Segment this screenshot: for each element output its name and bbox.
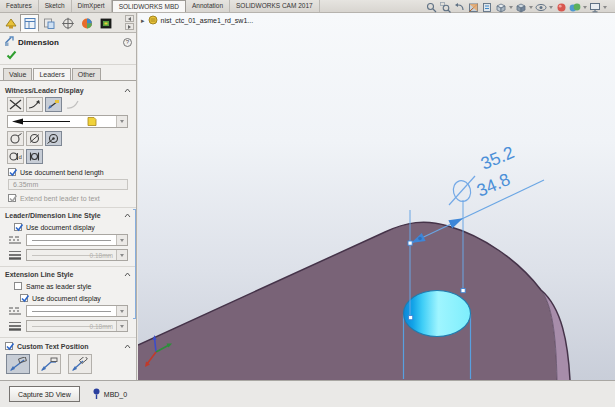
dynamic-annotation-views-icon[interactable]	[481, 2, 493, 13]
part-top-face[interactable]	[138, 222, 557, 380]
use-document-bend-length-label: Use document bend length	[20, 169, 104, 176]
ok-check-icon[interactable]	[6, 54, 17, 61]
handle-extension-left[interactable]	[409, 316, 413, 320]
configuration-manager-tab-icon[interactable]	[39, 14, 58, 32]
tab-solidworks-cam[interactable]: SOLIDWORKS CAM 2017	[230, 0, 320, 12]
extension-use-document-display-row[interactable]: Use document display	[0, 292, 136, 304]
hide-show-dropdown-icon[interactable]	[549, 6, 553, 9]
straight-leader-button[interactable]	[45, 97, 62, 112]
checkbox-checked-icon[interactable]	[14, 223, 22, 231]
previous-view-icon[interactable]	[453, 2, 465, 13]
circle-leader-both-button[interactable]	[45, 131, 62, 146]
tab-annotation[interactable]: Annotation	[186, 0, 230, 12]
solidworks-window: Features Sketch DimXpert SOLIDWORKS MBD …	[0, 0, 615, 407]
tree-expand-icon[interactable]: ▸	[141, 17, 145, 25]
dimension-lower-value[interactable]: 34.8	[474, 169, 513, 201]
text-inside-button[interactable]	[26, 149, 43, 164]
scroll-right-icon[interactable]	[125, 23, 134, 30]
bent-leader-button[interactable]	[26, 97, 43, 112]
display-manager-tab-icon[interactable]	[77, 14, 96, 32]
scroll-left-icon[interactable]	[125, 15, 134, 22]
apply-scene-icon[interactable]	[569, 2, 581, 13]
collapse-chevron-icon[interactable]	[124, 87, 131, 94]
dropdown-arrow-icon	[120, 310, 124, 313]
hole-selected-face[interactable]	[404, 291, 471, 337]
checkbox-checked-icon[interactable]	[20, 294, 28, 302]
manager-tab-scrollers	[123, 13, 136, 32]
apply-scene-dropdown-icon[interactable]	[583, 6, 587, 9]
extension-use-document-display-label: Use document display	[32, 295, 101, 302]
crossed-leader-button[interactable]	[7, 97, 24, 112]
leader-line-style-section-header[interactable]: Leader/Dimension Line Style	[0, 208, 136, 221]
view-settings-dropdown-icon[interactable]	[603, 6, 607, 9]
line-style-icon	[7, 305, 23, 317]
property-manager-tab-icon[interactable]	[20, 14, 39, 32]
dimension-tabs: Value Leaders Other	[0, 65, 136, 80]
feature-manager-tab-icon[interactable]	[1, 14, 20, 32]
panel-title: Dimension	[18, 38, 59, 47]
view-orientation-dropdown-icon[interactable]	[509, 6, 513, 9]
section-view-icon[interactable]	[467, 2, 479, 13]
edit-appearance-icon[interactable]	[555, 2, 567, 13]
handle-extension-right[interactable]	[461, 289, 465, 293]
zoom-to-area-icon[interactable]	[439, 2, 451, 13]
extension-line-style-dropdown[interactable]	[26, 305, 128, 317]
extension-thickness-value: 0.18mm	[90, 323, 113, 330]
dimxpert-manager-tab-icon[interactable]	[58, 14, 77, 32]
line-thickness-icon	[7, 249, 23, 261]
dimension-drag-dot[interactable]	[418, 237, 422, 241]
line-style-icon	[7, 234, 23, 246]
display-style-dropdown-icon[interactable]	[529, 6, 533, 9]
tab-sketch[interactable]: Sketch	[39, 0, 72, 12]
view-tab-mbd[interactable]: MBD_0	[92, 388, 127, 401]
graphics-viewport[interactable]: 35.2 34.8	[138, 13, 615, 380]
tab-features[interactable]: Features	[0, 0, 39, 12]
text-outside-button[interactable]: d	[7, 149, 24, 164]
extend-bent-leader-label: Extend bent leader to text	[20, 195, 100, 202]
custom-text-position-title: Custom Text Position	[17, 343, 88, 350]
cam-tree-tab-icon[interactable]	[96, 14, 115, 32]
tab-solidworks-mbd[interactable]: SOLIDWORKS MBD	[112, 0, 186, 12]
dimension-upper-value[interactable]: 35.2	[478, 142, 517, 174]
view-tab-label: MBD_0	[104, 391, 127, 398]
zoom-to-fit-icon[interactable]	[425, 2, 437, 13]
arrow-style-dropdown[interactable]	[7, 115, 128, 128]
handle-left-arrow[interactable]	[408, 241, 412, 245]
tree-item-label[interactable]: nist_ctc_01_asme1_rd_sw1...	[161, 17, 254, 24]
bend-length-input[interactable]: 6.35mm	[8, 179, 128, 190]
leader-use-document-display-row[interactable]: Use document display	[0, 221, 136, 233]
use-document-bend-length-row[interactable]: Use document bend length	[0, 166, 136, 178]
checkbox-checked-icon[interactable]	[8, 168, 16, 176]
checkbox-unchecked-icon[interactable]	[14, 282, 22, 290]
dimension-tool-icon	[4, 36, 15, 48]
checkbox-checked-icon[interactable]	[5, 342, 13, 350]
custom-text-position-section-header[interactable]: Custom Text Position	[0, 338, 136, 352]
broken-leader-horizontal-text-button[interactable]	[37, 354, 61, 374]
view-orientation-icon[interactable]	[495, 2, 507, 13]
display-style-icon[interactable]	[515, 2, 527, 13]
witness-leader-section-header[interactable]: Witness/Leader Display	[0, 83, 136, 96]
collapse-chevron-icon[interactable]	[124, 212, 131, 219]
collapse-chevron-icon[interactable]	[124, 271, 131, 278]
tab-dimxpert[interactable]: DimXpert	[72, 0, 112, 12]
extension-line-style-title: Extension Line Style	[5, 271, 73, 278]
solid-leader-aligned-text-button[interactable]	[6, 354, 30, 374]
leader-line-style-dropdown[interactable]	[26, 234, 128, 246]
tab-value[interactable]: Value	[3, 68, 32, 80]
tab-other[interactable]: Other	[72, 68, 102, 80]
circle-leader-in-button[interactable]	[26, 131, 43, 146]
circle-leader-out-button[interactable]	[7, 131, 24, 146]
collapse-chevron-icon[interactable]	[124, 343, 131, 350]
leader-display-buttons	[0, 96, 136, 114]
help-icon[interactable]: ?	[123, 38, 132, 47]
same-as-leader-style-row[interactable]: Same as leader style	[0, 280, 136, 292]
hide-show-items-icon[interactable]	[535, 2, 547, 13]
capture-3d-view-button[interactable]: Capture 3D View	[9, 386, 80, 402]
view-settings-icon[interactable]	[589, 2, 601, 13]
broken-leader-aligned-text-button[interactable]	[68, 354, 92, 374]
extension-line-style-section-header[interactable]: Extension Line Style	[0, 267, 136, 280]
feature-tree-flyout[interactable]: ▸ nist_ctc_01_asme1_rd_sw1...	[141, 15, 253, 26]
leader-line-thickness-dropdown: 0.18mm	[26, 249, 128, 261]
tab-leaders[interactable]: Leaders	[33, 68, 70, 80]
extend-bent-leader-row: Extend bent leader to text	[0, 192, 136, 204]
